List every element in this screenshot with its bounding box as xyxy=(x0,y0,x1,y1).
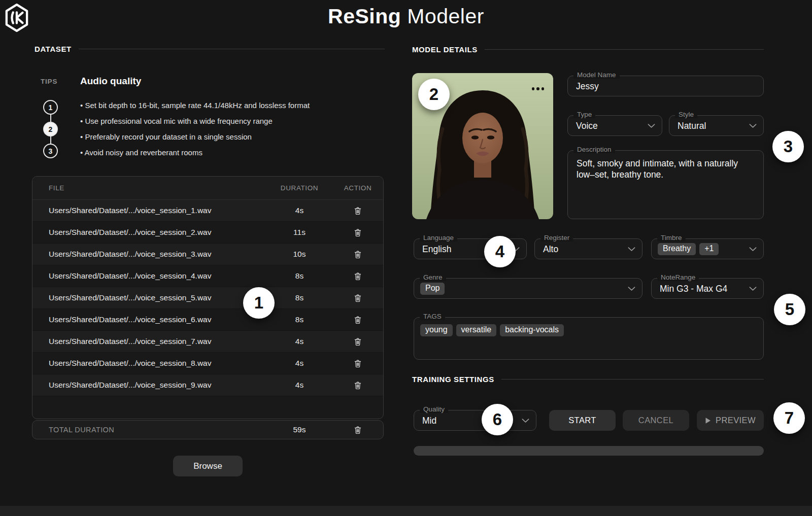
note-range-value: Min G3 - Max G4 xyxy=(660,283,727,294)
annotation-callout-3: 3 xyxy=(772,131,804,162)
file-duration: 10s xyxy=(266,250,332,259)
type-value: Voice xyxy=(576,120,598,131)
annotation-callout-6: 6 xyxy=(482,404,513,435)
trash-icon xyxy=(353,271,362,281)
file-duration: 8s xyxy=(266,293,332,302)
genre-dropdown[interactable]: Genre Pop xyxy=(414,278,642,299)
app-title-resing: ReSing xyxy=(328,5,401,28)
table-row: Users/Shared/Dataset/.../voice_session_1… xyxy=(32,200,383,222)
type-label: Type xyxy=(573,111,595,118)
language-value: English xyxy=(422,244,451,254)
dataset-file-table: FILE DURATION ACTION Users/Shared/Datase… xyxy=(32,176,384,419)
trash-icon xyxy=(353,228,362,237)
chevron-down-icon xyxy=(628,247,635,251)
file-path: Users/Shared/Dataset/.../voice_session_2… xyxy=(32,228,266,237)
model-details-section-rule xyxy=(485,49,764,50)
annotation-callout-2: 2 xyxy=(418,79,450,110)
note-range-dropdown[interactable]: NoteRange Min G3 - Max G4 xyxy=(651,278,764,299)
table-row: Users/Shared/Dataset/.../voice_session_5… xyxy=(32,287,383,309)
start-button-label: START xyxy=(568,416,596,425)
table-row: Users/Shared/Dataset/.../voice_session_8… xyxy=(32,353,383,374)
delete-file-button[interactable] xyxy=(352,205,363,217)
file-duration: 8s xyxy=(266,271,332,281)
total-duration-row: TOTAL DURATION 59s xyxy=(32,420,384,439)
chevron-down-icon xyxy=(749,286,757,291)
file-path: Users/Shared/Dataset/.../voice_session_5… xyxy=(32,293,266,302)
cancel-button[interactable]: CANCEL xyxy=(623,410,689,431)
language-label: Language xyxy=(420,234,457,242)
genre-label: Genre xyxy=(420,273,446,281)
delete-file-button[interactable] xyxy=(352,314,363,326)
genre-chip[interactable]: Pop xyxy=(420,283,445,295)
cancel-button-label: CANCEL xyxy=(638,416,673,425)
delete-file-button[interactable] xyxy=(352,292,363,304)
table-row: Users/Shared/Dataset/.../voice_session_4… xyxy=(32,265,383,287)
file-path: Users/Shared/Dataset/.../voice_session_1… xyxy=(32,206,266,215)
table-row: Users/Shared/Dataset/.../voice_session_2… xyxy=(32,222,383,244)
file-duration: 4s xyxy=(266,337,332,346)
model-name-label: Model Name xyxy=(573,71,620,79)
table-row: Users/Shared/Dataset/.../voice_session_3… xyxy=(32,244,383,265)
delete-file-button[interactable] xyxy=(352,358,363,369)
tag-chip[interactable]: backing-vocals xyxy=(500,324,564,336)
training-progress-bar xyxy=(414,446,764,456)
bottom-edge-band xyxy=(0,506,812,516)
type-dropdown[interactable]: Type Voice xyxy=(567,115,662,136)
file-path: Users/Shared/Dataset/.../voice_session_9… xyxy=(32,381,266,390)
ellipsis-dot xyxy=(542,87,545,90)
tips-bullet: • Preferably record your dataset in a si… xyxy=(80,129,310,145)
tips-heading: Audio quality xyxy=(80,76,141,87)
delete-file-button[interactable] xyxy=(352,380,363,391)
annotation-callout-4: 4 xyxy=(484,236,516,267)
timbre-dropdown[interactable]: Timbre Breathy +1 xyxy=(651,238,764,259)
column-header-file: FILE xyxy=(32,184,266,192)
file-path: Users/Shared/Dataset/.../voice_session_6… xyxy=(32,315,266,324)
table-header-row: FILE DURATION ACTION xyxy=(32,177,383,200)
model-name-field[interactable]: Model Name Jessy xyxy=(567,76,764,96)
register-dropdown[interactable]: Register Alto xyxy=(534,238,642,259)
total-duration-value: 59s xyxy=(266,425,332,434)
trash-icon xyxy=(353,337,362,347)
column-header-duration: DURATION xyxy=(266,184,332,192)
style-dropdown[interactable]: Style Natural xyxy=(669,115,764,136)
style-value: Natural xyxy=(678,120,706,131)
photo-options-button[interactable] xyxy=(532,87,545,90)
delete-file-button[interactable] xyxy=(352,336,363,348)
note-range-label: NoteRange xyxy=(657,273,699,281)
description-label: Description xyxy=(573,146,615,153)
total-duration-label: TOTAL DURATION xyxy=(32,426,266,434)
delete-file-button[interactable] xyxy=(352,227,363,238)
chevron-down-icon xyxy=(749,123,757,128)
browse-button[interactable]: Browse xyxy=(173,456,243,476)
file-path: Users/Shared/Dataset/.../voice_session_7… xyxy=(32,337,266,346)
description-field[interactable]: Description Soft, smoky and intimate, wi… xyxy=(567,150,764,219)
preview-button[interactable]: PREVIEW xyxy=(697,410,764,431)
file-path: Users/Shared/Dataset/.../voice_session_3… xyxy=(32,250,266,259)
delete-file-button[interactable] xyxy=(352,270,363,282)
tag-chip[interactable]: versatile xyxy=(456,324,497,336)
timbre-chip[interactable]: Breathy xyxy=(658,243,696,255)
delete-all-files-button[interactable] xyxy=(352,424,363,436)
trash-icon xyxy=(353,425,362,435)
timbre-more-chip[interactable]: +1 xyxy=(699,243,719,255)
app-title-modeler: Modeler xyxy=(407,5,484,28)
training-settings-section-title: TRAINING SETTINGS xyxy=(412,375,494,384)
play-icon xyxy=(705,417,711,424)
delete-file-button[interactable] xyxy=(352,249,363,260)
training-settings-section-header: TRAINING SETTINGS xyxy=(412,375,764,384)
ellipsis-dot xyxy=(536,87,539,90)
quality-dropdown[interactable]: Quality Mid xyxy=(414,410,536,431)
chevron-down-icon xyxy=(648,123,655,128)
file-path: Users/Shared/Dataset/.../voice_session_8… xyxy=(32,359,266,368)
dataset-section-rule xyxy=(79,49,385,49)
dataset-section-header: DATASET xyxy=(35,45,385,53)
ellipsis-dot xyxy=(532,87,535,90)
tips-step-2-number: 2 xyxy=(49,125,53,133)
tags-field[interactable]: TAGS young versatile backing-vocals xyxy=(414,317,764,360)
start-button[interactable]: START xyxy=(549,410,616,431)
tag-chip[interactable]: young xyxy=(420,324,453,336)
dataset-section-title: DATASET xyxy=(35,45,72,53)
trash-icon xyxy=(353,293,362,303)
register-label: Register xyxy=(540,234,573,242)
tags-label: TAGS xyxy=(420,313,445,320)
